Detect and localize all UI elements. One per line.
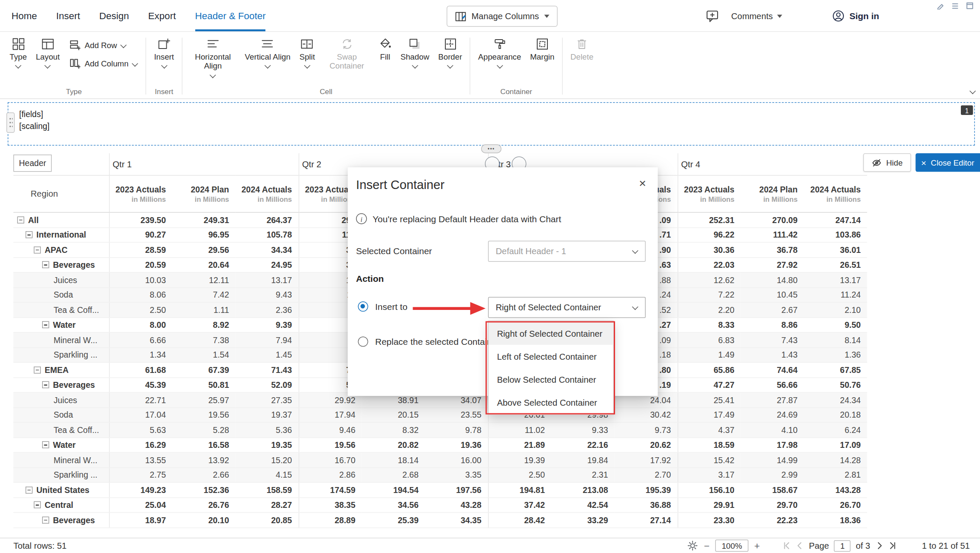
collapse-toggle-icon[interactable] bbox=[42, 381, 49, 389]
horizontal-align-button[interactable]: Horizontal Align bbox=[185, 34, 240, 79]
region-label-wrap: Soda bbox=[14, 290, 109, 300]
layout-button[interactable]: Layout bbox=[31, 34, 64, 69]
insert-button[interactable]: Insert bbox=[150, 34, 179, 69]
table-row[interactable]: Soda17.0419.5619.3717.9420.1523.5526.612… bbox=[14, 407, 867, 422]
table-row[interactable]: Tea & Coff...5.635.285.369.468.329.7811.… bbox=[14, 422, 867, 437]
add-row-button[interactable]: Add Row bbox=[69, 40, 137, 51]
quarter-group-label: Qtr 1 bbox=[109, 153, 299, 175]
insert-to-radio[interactable] bbox=[358, 301, 368, 312]
border-button[interactable]: Border bbox=[434, 34, 467, 69]
collapse-toggle-icon[interactable] bbox=[42, 441, 49, 449]
close-icon: × bbox=[921, 158, 926, 167]
region-cell: Soda bbox=[14, 407, 109, 422]
selected-container-select[interactable]: Default Header - 1 bbox=[488, 241, 646, 262]
value-cell: 42.54 bbox=[551, 498, 615, 513]
fields-placeholder[interactable]: [fields] bbox=[19, 108, 50, 120]
type-button[interactable]: Type bbox=[5, 34, 31, 69]
table-row[interactable]: Sparkling ...2.752.664.152.862.683.352.5… bbox=[14, 467, 867, 482]
selected-container-value: Default Header - 1 bbox=[496, 246, 566, 256]
appearance-button[interactable]: Appearance bbox=[473, 34, 525, 69]
last-page-button[interactable] bbox=[889, 542, 897, 550]
value-cell: 2.75 bbox=[109, 467, 173, 482]
collapse-toggle-icon[interactable] bbox=[34, 501, 41, 509]
zoom-in-button[interactable]: + bbox=[754, 541, 760, 551]
region-label: Soda bbox=[54, 410, 73, 420]
table-row[interactable]: United States149.23152.36158.59174.59194… bbox=[14, 482, 867, 497]
swap-container-button[interactable]: Swap Container bbox=[319, 34, 374, 72]
swap-container-label: Swap Container bbox=[324, 52, 370, 71]
add-column-button[interactable]: Add Column bbox=[69, 58, 137, 69]
value-cell: 105.78 bbox=[236, 227, 299, 242]
value-cell: 1.54 bbox=[172, 347, 236, 362]
menu-item-insert[interactable]: Insert bbox=[56, 0, 80, 32]
dropdown-option[interactable]: Below Selected Container bbox=[489, 368, 613, 391]
dropdown-option[interactable]: Left of Selected Container bbox=[489, 345, 613, 368]
pencil-icon[interactable] bbox=[937, 2, 944, 10]
vertical-align-button[interactable]: Vertical Align bbox=[240, 34, 295, 69]
page-number-input[interactable]: 1 bbox=[834, 540, 851, 551]
column-title: 2024 Plan bbox=[741, 185, 798, 195]
collapse-toggle-icon[interactable] bbox=[34, 367, 41, 374]
hide-button[interactable]: Hide bbox=[863, 153, 911, 172]
sign-in-button[interactable]: Sign in bbox=[832, 10, 879, 23]
page-of-label: of 3 bbox=[856, 541, 870, 551]
dropdown-option[interactable]: Right of Selected Container bbox=[489, 322, 613, 345]
chevron-down-icon bbox=[777, 14, 782, 18]
region-label: Soda bbox=[54, 290, 73, 300]
value-cell: 6.83 bbox=[678, 332, 741, 347]
menu-item-export[interactable]: Export bbox=[148, 0, 176, 32]
add-comment-button[interactable] bbox=[706, 9, 720, 23]
menu-item-design[interactable]: Design bbox=[99, 0, 129, 32]
table-row[interactable]: Beverages18.9720.1020.8528.8925.3934.352… bbox=[14, 513, 867, 527]
collapse-toggle-icon[interactable] bbox=[17, 216, 25, 223]
fill-button[interactable]: Fill bbox=[374, 34, 396, 63]
ribbon-collapse-icon[interactable] bbox=[969, 88, 976, 94]
close-editor-button[interactable]: × Close Editor bbox=[915, 153, 980, 172]
shadow-button[interactable]: Shadow bbox=[396, 34, 434, 69]
zoom-level[interactable]: 100% bbox=[715, 540, 749, 552]
replace-radio[interactable] bbox=[358, 337, 368, 347]
info-icon: i bbox=[356, 213, 367, 224]
menu-item-header-footer[interactable]: Header & Footer bbox=[195, 0, 265, 32]
delete-button[interactable]: Delete bbox=[566, 34, 598, 63]
manage-columns-button[interactable]: Manage Columns bbox=[447, 6, 558, 27]
value-cell: 2.70 bbox=[615, 467, 678, 482]
value-cell: 18.14 bbox=[362, 453, 425, 467]
list-icon[interactable] bbox=[952, 2, 959, 10]
previous-page-button[interactable] bbox=[795, 542, 804, 550]
drag-handle[interactable] bbox=[6, 112, 15, 133]
selected-header-container[interactable] bbox=[8, 102, 975, 146]
collapse-toggle-icon[interactable] bbox=[42, 261, 49, 269]
next-page-button[interactable] bbox=[875, 542, 884, 550]
first-page-button[interactable] bbox=[782, 542, 791, 550]
region-label: Sparkling ... bbox=[54, 470, 97, 480]
dropdown-option[interactable]: Above Selected Container bbox=[489, 391, 613, 414]
collapse-toggle-icon[interactable] bbox=[42, 516, 49, 524]
collapse-toggle-icon[interactable] bbox=[26, 487, 33, 494]
insert-position-combobox[interactable]: Right of Selected Container bbox=[488, 297, 646, 318]
table-row[interactable]: Central25.0426.7628.2738.3534.5643.2837.… bbox=[14, 498, 867, 513]
collapse-toggle-icon[interactable] bbox=[26, 231, 33, 238]
margin-icon bbox=[536, 38, 549, 51]
value-cell: 20.82 bbox=[362, 438, 425, 453]
collapse-toggle-icon[interactable] bbox=[34, 246, 41, 254]
border-label: Border bbox=[438, 52, 462, 62]
hide-label: Hide bbox=[886, 158, 903, 167]
settings-button[interactable] bbox=[687, 540, 698, 551]
scaling-placeholder[interactable]: [scaling] bbox=[19, 120, 50, 132]
collapse-toggle-icon[interactable] bbox=[42, 321, 49, 329]
table-row[interactable]: Mineral W...13.5513.9215.2016.7018.1416.… bbox=[14, 453, 867, 467]
comments-button[interactable]: Comments bbox=[731, 11, 782, 21]
resize-handle-pill[interactable]: ••• bbox=[481, 144, 501, 153]
split-button[interactable]: Split bbox=[295, 34, 319, 69]
margin-button[interactable]: Margin bbox=[526, 34, 559, 63]
region-cell: United States bbox=[14, 482, 109, 497]
menu-item-home[interactable]: Home bbox=[11, 0, 37, 32]
value-cell: 29.70 bbox=[741, 498, 804, 513]
dialog-close-button[interactable]: × bbox=[635, 176, 650, 190]
table-row[interactable]: Water16.2916.5819.3519.5620.8219.3621.89… bbox=[14, 438, 867, 453]
header-tab[interactable]: Header bbox=[14, 155, 52, 172]
zoom-out-button[interactable]: − bbox=[704, 541, 709, 551]
window-icon[interactable] bbox=[966, 2, 974, 10]
region-label-wrap: Water bbox=[14, 440, 109, 450]
